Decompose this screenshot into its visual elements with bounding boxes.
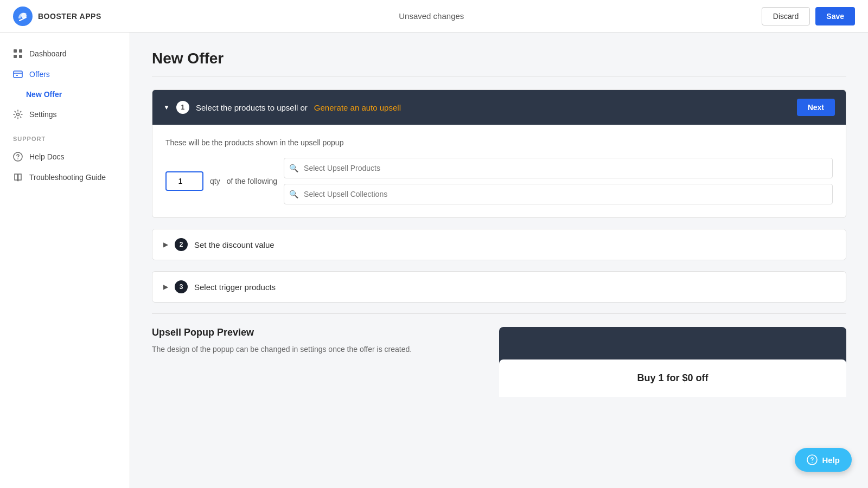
sidebar-item-settings[interactable]: Settings <box>0 104 130 125</box>
help-button[interactable]: Help <box>795 448 852 472</box>
topbar: BOOSTER APPS Unsaved changes Discard Sav… <box>0 0 868 33</box>
step2-label: Set the discount value <box>194 240 275 249</box>
sidebar-item-help-docs-label: Help Docs <box>29 152 65 161</box>
svg-rect-6 <box>14 71 22 78</box>
dashboard-icon <box>13 49 23 59</box>
logo-text: BOOSTER APPS <box>38 12 101 21</box>
step3-chevron-icon: ▶ <box>163 283 168 291</box>
auto-upsell-link[interactable]: Generate an auto upsell <box>314 103 401 112</box>
search-products-icon: 🔍 <box>289 164 298 172</box>
sidebar: Dashboard Offers New Offer Settin <box>0 33 130 488</box>
step1-body: These will be the products shown in the … <box>152 125 846 217</box>
preview-section: Upsell Popup Preview The design of the p… <box>152 327 846 397</box>
layout: Dashboard Offers New Offer Settin <box>0 33 868 488</box>
unsaved-label: Unsaved changes <box>399 11 464 21</box>
support-label: SUPPORT <box>0 125 130 146</box>
svg-rect-3 <box>19 49 22 53</box>
main-content: New Offer ▼ 1 Select the products to ups… <box>130 33 868 488</box>
qty-input[interactable] <box>165 171 203 191</box>
step2-chevron-icon: ▶ <box>163 241 168 248</box>
sidebar-item-dashboard-label: Dashboard <box>29 49 67 58</box>
preview-divider <box>152 313 846 314</box>
help-button-label: Help <box>822 455 840 465</box>
step2-badge: 2 <box>175 238 188 251</box>
save-button[interactable]: Save <box>815 7 855 25</box>
offers-icon <box>13 69 23 79</box>
preview-text-col: Upsell Popup Preview The design of the p… <box>152 327 477 355</box>
title-divider <box>152 76 846 76</box>
step3-badge: 3 <box>175 280 188 293</box>
help-icon <box>13 152 23 162</box>
search-collections-icon: 🔍 <box>289 190 298 198</box>
step1-label: Select the products to upsell or <box>196 103 308 112</box>
product-selects: 🔍 🔍 <box>284 158 833 204</box>
sidebar-item-help-docs[interactable]: Help Docs <box>0 146 130 167</box>
svg-rect-4 <box>14 55 17 58</box>
step3-header[interactable]: ▶ 3 Select trigger products <box>152 272 846 302</box>
preview-title: Upsell Popup Preview <box>152 327 477 338</box>
of-label: of the following <box>227 177 277 185</box>
step-card-1: ▼ 1 Select the products to upsell or Gen… <box>152 89 846 218</box>
logo-icon <box>13 7 33 26</box>
step-card-2: ▶ 2 Set the discount value <box>152 229 846 260</box>
sidebar-item-new-offer[interactable]: New Offer <box>0 85 130 104</box>
svg-point-11 <box>17 158 18 159</box>
step1-desc: These will be the products shown in the … <box>165 138 833 147</box>
svg-point-9 <box>17 113 20 116</box>
preview-popup-text: Buy 1 for $0 off <box>637 373 708 383</box>
step3-label: Select trigger products <box>194 282 276 292</box>
sidebar-item-new-offer-label: New Offer <box>26 90 62 99</box>
step1-chevron-icon: ▼ <box>163 104 170 111</box>
svg-rect-5 <box>19 55 22 58</box>
qty-label: qty <box>210 177 220 185</box>
discard-button[interactable]: Discard <box>762 7 810 25</box>
svg-rect-2 <box>14 49 17 53</box>
step1-next-button[interactable]: Next <box>797 99 835 116</box>
sidebar-item-troubleshooting-label: Troubleshooting Guide <box>29 173 106 182</box>
help-circle-icon <box>807 454 818 465</box>
logo: BOOSTER APPS <box>13 7 101 26</box>
preview-popup: Buy 1 for $0 off <box>499 359 846 397</box>
step-card-3: ▶ 3 Select trigger products <box>152 271 846 303</box>
step2-header-left: ▶ 2 Set the discount value <box>163 238 275 251</box>
sidebar-item-offers-label: Offers <box>29 70 50 79</box>
sidebar-item-offers[interactable]: Offers <box>0 64 130 85</box>
sidebar-item-settings-label: Settings <box>29 110 57 119</box>
sidebar-item-troubleshooting[interactable]: Troubleshooting Guide <box>0 167 130 188</box>
step2-header[interactable]: ▶ 2 Set the discount value <box>152 229 846 260</box>
page-title: New Offer <box>152 50 846 67</box>
upsell-collections-input[interactable] <box>284 184 833 204</box>
product-row: qty of the following 🔍 🔍 <box>165 158 833 204</box>
upsell-products-wrapper: 🔍 <box>284 158 833 178</box>
upsell-collections-wrapper: 🔍 <box>284 184 833 204</box>
upsell-products-input[interactable] <box>284 158 833 178</box>
preview-visual: Buy 1 for $0 off <box>499 327 846 397</box>
settings-icon <box>13 110 23 119</box>
svg-point-13 <box>812 462 813 463</box>
step1-header[interactable]: ▼ 1 Select the products to upsell or Gen… <box>152 90 846 125</box>
sidebar-item-dashboard[interactable]: Dashboard <box>0 43 130 64</box>
step1-header-left: ▼ 1 Select the products to upsell or Gen… <box>163 101 401 114</box>
preview-desc: The design of the popup can be changed i… <box>152 344 477 355</box>
book-icon <box>13 172 23 182</box>
step3-header-left: ▶ 3 Select trigger products <box>163 280 276 293</box>
topbar-actions: Discard Save <box>762 7 855 25</box>
step1-badge: 1 <box>176 101 189 114</box>
